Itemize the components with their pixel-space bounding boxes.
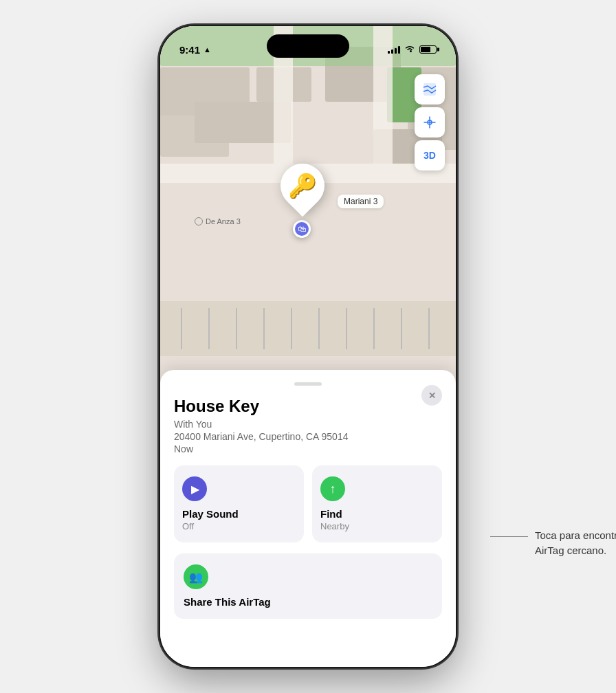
find-nearby-button[interactable]: ↑ Find Nearby — [312, 465, 442, 542]
action-buttons: ▶ Play Sound Off ↑ Find Nearby — [174, 465, 442, 542]
play-sound-subtitle: Off — [182, 521, 194, 531]
play-sound-label: Play Sound — [182, 508, 239, 520]
location-icon: ▲ — [204, 45, 211, 54]
find-label: Find — [320, 508, 342, 520]
signal-bar-2 — [391, 50, 393, 54]
svg-rect-0 — [424, 83, 436, 96]
de-anza-label: De Anza 3 — [195, 217, 241, 226]
time-text: 9:41 — [179, 44, 200, 56]
item-subtitle: With You — [174, 419, 442, 430]
signal-bar-4 — [398, 46, 400, 54]
close-icon: ✕ — [428, 390, 436, 401]
status-icons — [388, 44, 437, 55]
wifi-icon — [404, 44, 415, 55]
mariani-label: Mariani 3 — [338, 195, 384, 208]
item-name: House Key — [174, 397, 442, 416]
play-icon: ▶ — [191, 483, 199, 496]
map-type-button[interactable] — [415, 74, 445, 104]
location-dot: 🛍 — [293, 220, 311, 238]
share-people-icon: 👥 — [189, 571, 203, 584]
signal-bars — [388, 45, 400, 54]
signal-bar-3 — [395, 48, 397, 54]
3d-button[interactable]: 3D — [415, 140, 445, 170]
share-icon-circle: 👥 — [184, 564, 208, 589]
play-sound-button[interactable]: ▶ Play Sound Off — [174, 465, 304, 542]
de-anza-text: De Anza 3 — [206, 217, 241, 226]
callout-text: Toca para encontrar un AirTag cercano. — [535, 528, 616, 558]
map-area: Mariani 3 De Anza 3 🔑 🛍 — [160, 26, 456, 390]
find-nearby-icon-circle: ↑ — [320, 476, 345, 501]
bottom-sheet: ✕ House Key With You 20400 Mariani Ave, … — [160, 370, 456, 667]
signal-bar-1 — [388, 51, 390, 54]
close-button[interactable]: ✕ — [421, 385, 442, 406]
find-subtitle: Nearby — [320, 521, 349, 531]
item-address: 20400 Mariani Ave, Cupertino, CA 95014 — [174, 431, 442, 442]
status-time: 9:41 ▲ — [179, 44, 211, 56]
dynamic-island — [267, 34, 349, 58]
share-airtag-button[interactable]: 👥 Share This AirTag — [174, 553, 442, 619]
map-controls: 3D — [415, 74, 445, 170]
item-time: Now — [174, 443, 442, 454]
sheet-handle — [294, 382, 322, 386]
battery-fill — [421, 47, 430, 52]
map-pin[interactable]: 🔑 — [280, 164, 324, 208]
de-anza-dot — [195, 217, 203, 226]
mariani-label-text: Mariani 3 — [344, 197, 377, 206]
location-button[interactable] — [415, 107, 445, 138]
share-title: Share This AirTag — [184, 596, 271, 608]
battery-icon — [419, 45, 437, 54]
find-icon: ↑ — [330, 482, 336, 496]
3d-label: 3D — [424, 150, 436, 161]
callout-annotation: Toca para encontrar un AirTag cercano. — [490, 528, 616, 558]
phone-frame: 9:41 ▲ — [160, 26, 456, 667]
callout-line — [490, 536, 528, 537]
play-sound-icon-circle: ▶ — [182, 476, 207, 501]
